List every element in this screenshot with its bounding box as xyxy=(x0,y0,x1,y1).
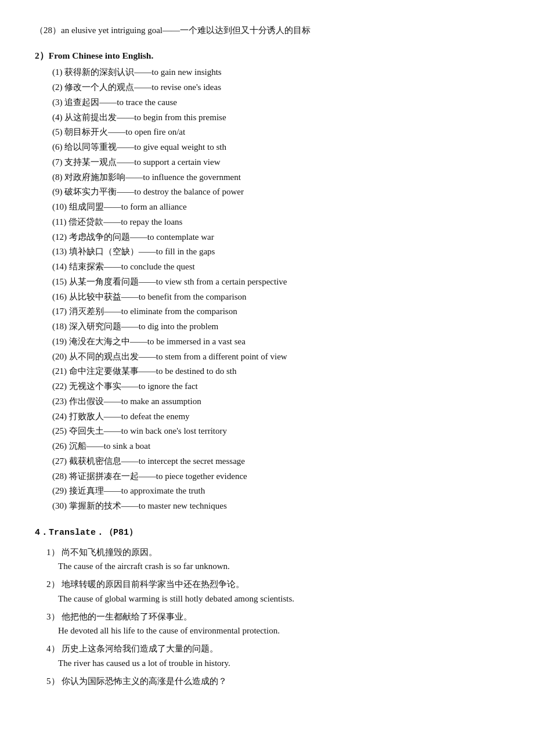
list-item: (12) 考虑战争的问题——to contemplate war xyxy=(52,230,499,244)
translate-english: The river has caused us a lot of trouble… xyxy=(58,656,499,671)
section4-label: 4．Translate．（P81） xyxy=(35,526,499,541)
list-item: (11) 偿还贷款——to repay the loans xyxy=(52,215,499,229)
list-item: (28) 将证据拼凑在一起——to piece together evidenc… xyxy=(52,469,499,484)
translate-chinese: 1） 尚不知飞机撞毁的原因。 xyxy=(46,545,499,560)
list-item: (10) 组成同盟——to form an alliance xyxy=(52,200,499,214)
list-item: (25) 夺回失土——to win back one's lost territ… xyxy=(52,424,499,438)
intro-line: （28）an elusive yet intriguing goal——一个难以… xyxy=(35,23,499,38)
list-item: (20) 从不同的观点出发——to stem from a different … xyxy=(52,350,499,364)
list-item: (7) 支持某一观点——to support a certain view xyxy=(52,155,499,170)
translate-chinese: 4） 历史上这条河给我们造成了大量的问题。 xyxy=(46,642,499,656)
list-item: (3) 追查起因——to trace the cause xyxy=(52,95,499,110)
list-item: (30) 掌握新的技术——to master new techniques xyxy=(52,499,499,513)
section2-label: 2）From Chinese into English. xyxy=(35,48,499,63)
translate-item: 3） 他把他的一生都献给了环保事业。He devoted all his lif… xyxy=(46,610,499,639)
list-item: (2) 修改一个人的观点——to revise one's ideas xyxy=(52,80,499,95)
list-item: (13) 填补缺口（空缺）——to fill in the gaps xyxy=(52,244,499,259)
list-item: (5) 朝目标开火——to open fire on/at xyxy=(52,125,499,139)
translate-chinese: 3） 他把他的一生都献给了环保事业。 xyxy=(46,610,499,624)
list-item: (27) 截获机密信息——to intercept the secret mes… xyxy=(52,454,499,469)
list-item: (24) 打败敌人——to defeat the enemy xyxy=(52,409,499,424)
translate-chinese: 2） 地球转暖的原因目前科学家当中还在热烈争论。 xyxy=(46,577,499,592)
list-item: (23) 作出假设——to make an assumption xyxy=(52,394,499,409)
list-item: (15) 从某一角度看问题——to view sth from a certai… xyxy=(52,275,499,289)
list-item: (9) 破坏实力平衡——to destroy the balance of po… xyxy=(52,185,499,199)
list-item: (19) 淹没在大海之中——to be immersed in a vast s… xyxy=(52,334,499,349)
list-item: (21) 命中注定要做某事——to be destined to do sth xyxy=(52,364,499,379)
list-item: (6) 给以同等重视——to give equal weight to sth xyxy=(52,140,499,154)
translate-item: 2） 地球转暖的原因目前科学家当中还在热烈争论。The cause of glo… xyxy=(46,577,499,606)
translate-item: 5） 你认为国际恐怖主义的高涨是什么造成的？ xyxy=(46,674,499,689)
list-item: (8) 对政府施加影响——to influence the government xyxy=(52,170,499,185)
list-item: (1) 获得新的深刻认识——to gain new insights xyxy=(52,65,499,80)
list-item: (16) 从比较中获益——to benefit from the compari… xyxy=(52,290,499,304)
translate-item: 4） 历史上这条河给我们造成了大量的问题。The river has cause… xyxy=(46,642,499,671)
list-item: (29) 接近真理——to approximate the truth xyxy=(52,484,499,498)
translate-english: The cause of global warming is still hot… xyxy=(58,592,499,606)
translate-item: 1） 尚不知飞机撞毁的原因。The cause of the aircraft … xyxy=(46,545,499,574)
translate-chinese: 5） 你认为国际恐怖主义的高涨是什么造成的？ xyxy=(46,674,499,689)
translate-english: The cause of the aircraft crash is so fa… xyxy=(58,559,499,574)
list-item: (26) 沉船——to sink a boat xyxy=(52,439,499,453)
section2-items-list: (1) 获得新的深刻认识——to gain new insights(2) 修改… xyxy=(35,65,499,513)
list-item: (22) 无视这个事实——to ignore the fact xyxy=(52,379,499,394)
list-item: (17) 消灭差别——to eliminate from the compari… xyxy=(52,304,499,319)
list-item: (4) 从这前提出发——to begin from this premise xyxy=(52,110,499,125)
list-item: (18) 深入研究问题——to dig into the problem xyxy=(52,319,499,334)
section4-translate-list: 1） 尚不知飞机撞毁的原因。The cause of the aircraft … xyxy=(35,545,499,689)
list-item: (14) 结束探索——to conclude the quest xyxy=(52,260,499,274)
translate-english: He devoted all his life to the cause of … xyxy=(58,624,499,638)
